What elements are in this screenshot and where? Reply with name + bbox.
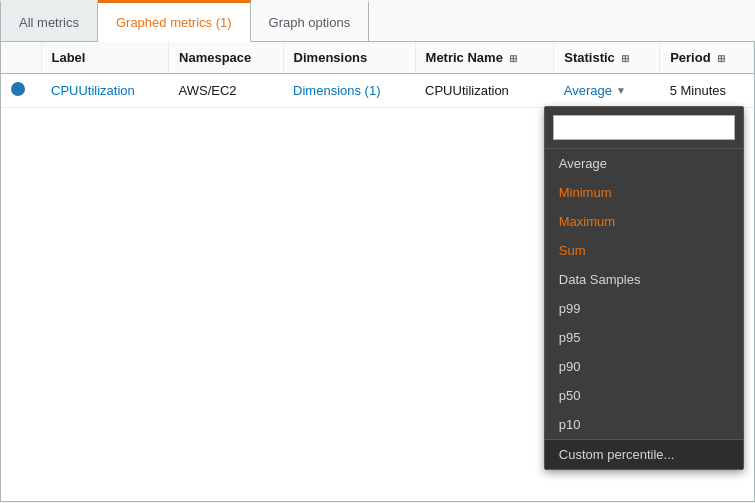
row-namespace-cell: AWS/EC2	[169, 74, 284, 108]
statistic-dropdown-arrow: ▼	[616, 85, 626, 96]
col-header-color	[1, 42, 41, 74]
table-header-row: Label Namespace Dimensions Metric Name ⊞…	[1, 42, 754, 74]
dropdown-item-data-samples[interactable]: Data Samples	[545, 265, 743, 294]
row-dimensions-cell[interactable]: Dimensions (1)	[283, 74, 415, 108]
row-period-cell: 5 Minutes	[660, 74, 754, 108]
col-header-dimensions: Dimensions	[283, 42, 415, 74]
metrics-table: Label Namespace Dimensions Metric Name ⊞…	[1, 42, 754, 108]
statistic-dropdown: AverageMinimumMaximumSumData Samplesp99p…	[544, 106, 744, 470]
tab-graphed-metrics[interactable]: Graphed metrics (1)	[98, 0, 251, 42]
dropdown-search-container	[545, 107, 743, 149]
col-header-label: Label	[41, 42, 169, 74]
col-header-period[interactable]: Period ⊞	[660, 42, 754, 74]
dropdown-items: AverageMinimumMaximumSumData Samplesp99p…	[545, 149, 743, 439]
dropdown-item-average[interactable]: Average	[545, 149, 743, 178]
dropdown-item-p50[interactable]: p50	[545, 381, 743, 410]
row-statistic-cell: Average ▼ AverageMinimumMaximumSumData S…	[554, 74, 660, 108]
col-header-namespace: Namespace	[169, 42, 284, 74]
dropdown-item-p10[interactable]: p10	[545, 410, 743, 439]
row-metric-name-cell: CPUUtilization	[415, 74, 554, 108]
dropdown-search-input[interactable]	[553, 115, 735, 140]
dropdown-item-sum[interactable]: Sum	[545, 236, 743, 265]
tab-graph-options[interactable]: Graph options	[251, 0, 370, 41]
table-row: CPUUtilization AWS/EC2 Dimensions (1) CP…	[1, 74, 754, 108]
dropdown-item-p95[interactable]: p95	[545, 323, 743, 352]
dropdown-item-maximum[interactable]: Maximum	[545, 207, 743, 236]
row-color-cell	[1, 74, 41, 108]
dropdown-item-minimum[interactable]: Minimum	[545, 178, 743, 207]
col-header-statistic[interactable]: Statistic ⊞	[554, 42, 660, 74]
row-label-cell[interactable]: CPUUtilization	[41, 74, 169, 108]
statistic-sort-icon: ⊞	[621, 53, 629, 64]
main-content: Label Namespace Dimensions Metric Name ⊞…	[0, 42, 755, 502]
period-sort-icon: ⊞	[717, 53, 725, 64]
tab-bar: All metrics Graphed metrics (1) Graph op…	[0, 0, 755, 42]
col-header-metric-name[interactable]: Metric Name ⊞	[415, 42, 554, 74]
tab-graph-options-label: Graph options	[269, 15, 351, 30]
dropdown-item-p99[interactable]: p99	[545, 294, 743, 323]
tab-graphed-metrics-label: Graphed metrics (1)	[116, 15, 232, 30]
dropdown-item-p90[interactable]: p90	[545, 352, 743, 381]
metric-name-sort-icon: ⊞	[509, 53, 517, 64]
tab-all-metrics[interactable]: All metrics	[0, 0, 98, 41]
row-color-dot	[11, 82, 25, 96]
dropdown-item-custom[interactable]: Custom percentile...	[545, 439, 743, 469]
statistic-dropdown-button[interactable]: Average ▼	[564, 83, 626, 98]
tab-all-metrics-label: All metrics	[19, 15, 79, 30]
